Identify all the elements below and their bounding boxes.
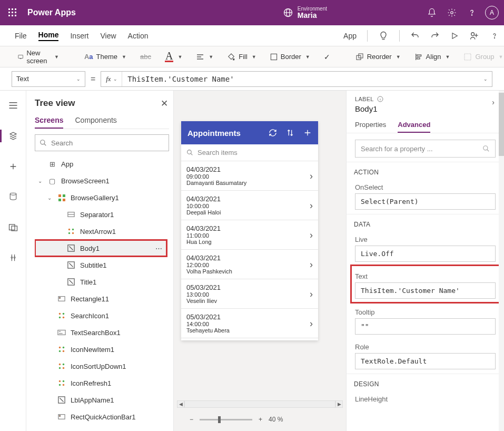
section-data: DATA (347, 214, 504, 231)
tree-node-nextarrow[interactable]: NextArrow1 (35, 223, 167, 240)
checker-icon[interactable] (378, 31, 389, 41)
add-icon[interactable] (303, 129, 312, 137)
property-selector[interactable]: Text⌄ (12, 71, 85, 87)
properties-vscrollbar[interactable] (499, 91, 504, 431)
tree-node-iconsort[interactable]: IconSortUpDown1 (35, 358, 167, 375)
tree-node-separator[interactable]: Separator1 (35, 206, 167, 223)
collapse-pane-icon[interactable]: › (492, 98, 495, 106)
tree-node-rectangle[interactable]: Rectangle11 (35, 290, 167, 307)
tree-node-more-icon[interactable]: ⋯ (155, 244, 163, 252)
zoom-in-button[interactable]: + (259, 416, 262, 423)
canvas-hscrollbar[interactable]: ◀▶ (177, 400, 343, 408)
prop-live-label: Live (347, 231, 504, 246)
refresh-icon[interactable] (269, 129, 277, 137)
undo-icon[interactable] (410, 31, 420, 41)
phone-preview[interactable]: Appointments Search items 04/03/2021 09:… (181, 121, 318, 340)
chevron-right-icon[interactable]: › (310, 288, 313, 299)
align-text-button[interactable]: ▼ (193, 53, 216, 61)
sort-icon[interactable] (286, 129, 294, 137)
tree-node-body[interactable]: Body1⋯ (35, 240, 167, 257)
reorder-button[interactable]: Reorder▼ (352, 53, 404, 61)
item-date: 04/03/2021 (186, 195, 313, 203)
zoom-out-button[interactable]: − (190, 416, 193, 423)
tree-node-browsegallery[interactable]: ⌄BrowseGallery1 (35, 189, 167, 206)
share-icon[interactable] (469, 31, 480, 41)
fx-icon[interactable]: fx⌄ (101, 72, 122, 86)
tree-node-title[interactable]: Title1 (35, 273, 167, 290)
menu-insert[interactable]: Insert (70, 32, 88, 40)
info-icon[interactable] (377, 96, 383, 102)
chevron-right-icon[interactable]: › (310, 200, 313, 211)
notification-icon[interactable] (422, 0, 442, 25)
help-menu-icon[interactable] (490, 32, 499, 40)
list-item[interactable]: 04/03/2021 11:00:00 Hua Long › (181, 220, 318, 250)
tree-node-browsescreen[interactable]: ⌄▢BrowseScreen1 (35, 172, 167, 189)
group-button[interactable]: Group▼ (460, 53, 504, 61)
close-tree-icon[interactable]: ✕ (161, 98, 168, 109)
rail-tree-icon[interactable] (0, 126, 26, 145)
chevron-right-icon[interactable]: › (310, 229, 313, 240)
tree-node-app[interactable]: ⊞App (35, 155, 167, 172)
play-icon[interactable] (450, 32, 459, 40)
tree-node-detailscreen[interactable]: ›▢DetailScreen1 (35, 425, 167, 431)
help-icon[interactable] (462, 0, 482, 25)
rail-tools-icon[interactable] (0, 249, 26, 268)
menu-view[interactable]: View (100, 32, 116, 40)
tree-node-lblappname[interactable]: LblAppName1 (35, 391, 167, 408)
strikethrough-button[interactable]: abc (137, 53, 154, 61)
formula-expand-icon[interactable]: ⌄ (483, 76, 492, 82)
tree-node-iconnew[interactable]: IconNewItem1 (35, 341, 167, 358)
rp-tab-properties[interactable]: Properties (355, 121, 386, 133)
environment-label: Environment (298, 6, 327, 12)
prop-live-value[interactable]: Live.Off (355, 246, 496, 262)
prop-tooltip-value[interactable]: "" (355, 318, 496, 335)
svg-point-62 (59, 415, 61, 417)
fill-button[interactable]: Fill▼ (224, 53, 260, 61)
chevron-right-icon[interactable]: › (310, 259, 313, 270)
rp-tab-advanced[interactable]: Advanced (398, 121, 430, 133)
tree-node-subtitle[interactable]: Subtitle1 (35, 257, 167, 273)
menu-app[interactable]: App (343, 32, 357, 40)
prop-onselect-value[interactable]: Select(Parent) (355, 193, 496, 210)
prop-role-value[interactable]: TextRole.Default (355, 353, 496, 369)
align-objects-button[interactable]: Align▼ (411, 53, 453, 61)
new-screen-button[interactable]: New screen▼ (15, 49, 62, 65)
chevron-right-icon[interactable]: › (310, 170, 313, 181)
tree-node-searchicon[interactable]: SearchIcon1 (35, 307, 167, 324)
ribbon-expand-button[interactable]: ✓ (321, 53, 333, 61)
list-item[interactable]: 04/03/2021 09:00:00 Damayanti Basumatary… (181, 161, 318, 191)
environment-picker[interactable]: Environment Maria (283, 6, 327, 19)
list-item[interactable]: 05/03/2021 13:00:00 Veselin Iliev › (181, 279, 318, 309)
tree-node-iconrefresh[interactable]: IconRefresh1 (35, 375, 167, 391)
tree-tab-screens[interactable]: Screens (35, 116, 63, 129)
redo-icon[interactable] (430, 31, 440, 41)
zoom-slider[interactable] (200, 419, 252, 420)
prop-role-label: Role (347, 339, 504, 353)
menu-file[interactable]: File (15, 32, 27, 40)
canvas[interactable]: Appointments Search items 04/03/2021 09:… (174, 91, 346, 431)
chevron-right-icon[interactable]: › (310, 318, 313, 329)
settings-icon[interactable] (442, 0, 462, 25)
list-item[interactable]: 05/03/2021 14:00:00 Tsehayetu Abera › (181, 309, 318, 338)
app-search-input[interactable]: Search items (181, 144, 318, 161)
waffle-icon[interactable] (0, 0, 25, 25)
theme-button[interactable]: Aa Theme▼ (81, 53, 130, 61)
tree-node-textsearchbox[interactable]: TextSearchBox1 (35, 324, 167, 341)
menu-home[interactable]: Home (38, 31, 59, 41)
tree-search-input[interactable]: Search (35, 134, 169, 151)
list-item[interactable]: 04/03/2021 12:00:00 Volha Pashkevich › (181, 250, 318, 279)
font-color-button[interactable]: A▼ (162, 51, 185, 62)
tree-tab-components[interactable]: Components (75, 116, 116, 129)
rail-insert-icon[interactable] (0, 157, 26, 176)
border-button[interactable]: Border▼ (267, 53, 313, 61)
rail-hamburger-icon[interactable] (0, 96, 26, 115)
avatar[interactable]: A (485, 6, 499, 19)
property-search-input[interactable]: Search for a property ... (355, 140, 496, 158)
list-item[interactable]: 04/03/2021 10:00:00 Deepali Haloi › (181, 191, 318, 220)
rail-media-icon[interactable] (0, 218, 26, 237)
prop-text-value[interactable]: ThisItem.'Customer Name' (355, 282, 496, 299)
formula-input[interactable]: ThisItem.'Customer Name' (122, 75, 482, 83)
tree-node-rectquick[interactable]: RectQuickActionBar1 (35, 408, 167, 425)
rail-data-icon[interactable] (0, 188, 26, 207)
menu-action[interactable]: Action (128, 32, 149, 40)
